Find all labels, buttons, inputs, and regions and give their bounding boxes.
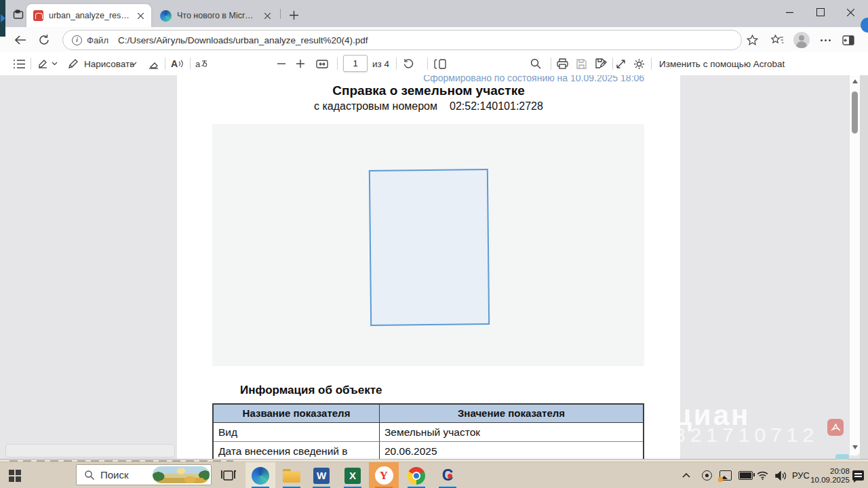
zoom-in-button[interactable] — [296, 57, 304, 70]
highlighter-dropdown-icon[interactable] — [52, 57, 58, 70]
search-document-button[interactable] — [530, 57, 541, 70]
word-icon: W — [313, 468, 330, 484]
refresh-button[interactable] — [35, 31, 53, 49]
translate-button[interactable]: a — [195, 57, 208, 70]
object-info-table: Название показателя Значение показателя … — [212, 403, 644, 459]
right-margin-strip — [860, 75, 868, 459]
clock-time: 20:08 — [810, 467, 850, 476]
table-header-row: Название показателя Значение показателя — [214, 405, 643, 423]
draw-button-label[interactable]: Нарисовать — [84, 57, 134, 70]
minimize-button[interactable] — [774, 0, 805, 24]
taskbar-app-explorer[interactable] — [277, 462, 307, 488]
settings-more-button[interactable] — [816, 31, 834, 49]
taskbar-app-word[interactable]: W — [307, 462, 336, 488]
table-header-cell: Название показателя — [214, 405, 380, 422]
search-icon — [85, 470, 94, 480]
chrome-icon — [408, 467, 425, 485]
edge-icon — [252, 467, 269, 485]
news-widget-image[interactable] — [153, 466, 210, 483]
table-cell: 20.06.2025 — [380, 442, 643, 459]
browser-status-bubble — [5, 444, 175, 458]
tab-pdf[interactable]: urban_analyze_result (4).pdf — [26, 4, 151, 27]
save-button[interactable] — [576, 57, 587, 70]
fullscreen-button[interactable] — [616, 57, 626, 70]
taskbar-app-excel[interactable]: X — [338, 462, 368, 488]
draw-dropdown-icon[interactable] — [131, 57, 137, 70]
tab-title: urban_analyze_result (4).pdf — [49, 11, 131, 20]
generated-note: Сформировано по состоянию на 10.09.2025 … — [423, 75, 644, 83]
tab-edge-whats-new[interactable]: Что нового в Microsoft Edge — [155, 4, 278, 27]
tray-expand-button[interactable] — [678, 462, 694, 488]
scroll-down-arrow-icon[interactable] — [852, 445, 858, 449]
pdf-toolbar: Нарисовать A a из 4 — [0, 52, 868, 76]
table-header-cell: Значение показателя — [380, 405, 643, 422]
subtitle-label: с кадастровым номером — [314, 100, 437, 112]
scrollbar-thumb[interactable] — [852, 92, 858, 134]
draw-pen-icon[interactable] — [68, 57, 79, 70]
page-number-input[interactable] — [343, 55, 368, 72]
tray-volume-icon[interactable] — [772, 462, 789, 488]
new-tab-button[interactable] — [285, 6, 302, 24]
page-info-icon[interactable]: i — [72, 35, 82, 45]
collections-button[interactable] — [768, 31, 786, 49]
vertical-scrollbar[interactable] — [849, 75, 861, 455]
maximize-button[interactable] — [805, 0, 835, 24]
tab-close-icon[interactable] — [262, 10, 273, 22]
tray-wifi-icon[interactable] — [754, 462, 770, 488]
favorites-star-button[interactable] — [743, 31, 761, 49]
tray-battery-icon[interactable] — [736, 462, 754, 488]
zoom-out-button[interactable] — [277, 57, 285, 70]
browser-tab-bar: urban_analyze_result (4).pdf Что нового … — [0, 0, 868, 27]
task-view-button[interactable] — [221, 468, 236, 485]
acrobat-floating-button[interactable] — [827, 419, 844, 436]
back-button[interactable] — [12, 31, 29, 49]
scroll-up-arrow-icon[interactable] — [852, 79, 858, 83]
profile-avatar[interactable] — [793, 31, 810, 49]
cian-icon: C — [439, 466, 457, 485]
maximize-icon — [816, 8, 825, 16]
fit-to-width-button[interactable] — [316, 57, 328, 70]
notification-center-button[interactable] — [849, 462, 867, 488]
tray-record-icon[interactable] — [698, 462, 715, 488]
sidebar-button[interactable] — [840, 31, 857, 49]
taskbar-app-edge[interactable] — [245, 462, 275, 488]
docked-panel-edge — [0, 0, 5, 37]
excel-icon: X — [344, 468, 361, 484]
notification-icon — [852, 470, 864, 481]
tab-close-icon[interactable] — [135, 10, 146, 22]
pdf-viewer-area: Сформировано по состоянию на 10.09.2025 … — [0, 75, 868, 459]
taskbar-clock[interactable]: 20:08 10.09.2025 — [812, 462, 848, 488]
taskbar-search-box[interactable]: Поиск — [76, 464, 212, 485]
taskbar-app-yandex[interactable]: Y — [369, 462, 399, 488]
taskbar: Поиск W X Y C — [0, 462, 868, 488]
start-button[interactable] — [7, 468, 23, 484]
pdf-settings-gear-icon[interactable] — [633, 57, 645, 70]
read-aloud-button[interactable]: A — [171, 57, 183, 70]
pdf-page: Сформировано по состоянию на 10.09.2025 … — [177, 75, 680, 459]
clock-date: 10.09.2025 — [810, 476, 850, 485]
url-omnibox[interactable]: i Файл C:/Users/Айгуль/Downloads/urban_a… — [62, 30, 742, 50]
rotate-button[interactable] — [403, 57, 414, 70]
taskbar-app-chrome[interactable] — [401, 462, 431, 488]
taskbar-app-cian[interactable]: C — [433, 462, 462, 488]
tab-divider — [280, 9, 281, 19]
language-indicator[interactable]: РУС — [790, 462, 812, 488]
table-of-contents-button[interactable] — [14, 57, 25, 70]
watermark-number: 321710712 — [674, 424, 818, 447]
tab-actions-menu-button[interactable] — [9, 5, 27, 23]
print-button[interactable] — [557, 57, 568, 70]
file-explorer-icon — [283, 469, 300, 483]
table-row: Вид Земельный участок — [214, 423, 643, 442]
pdf-favicon-icon — [33, 10, 43, 21]
page-view-button[interactable] — [434, 57, 446, 70]
document-subtitle: с кадастровым номером02:52:140101:2728 — [177, 100, 680, 113]
eraser-button[interactable] — [148, 57, 159, 70]
yandex-browser-icon: Y — [375, 466, 393, 485]
screen: urban_analyze_result (4).pdf Что нового … — [0, 0, 868, 488]
highlighter-button[interactable] — [37, 57, 48, 70]
edit-with-acrobat-button[interactable]: Изменить с помощью Acrobat — [659, 57, 785, 70]
tab-title: Что нового в Microsoft Edge — [177, 11, 258, 20]
tray-photos-icon[interactable] — [717, 462, 734, 488]
parcel-outline — [369, 169, 490, 326]
save-as-button[interactable] — [595, 57, 607, 70]
